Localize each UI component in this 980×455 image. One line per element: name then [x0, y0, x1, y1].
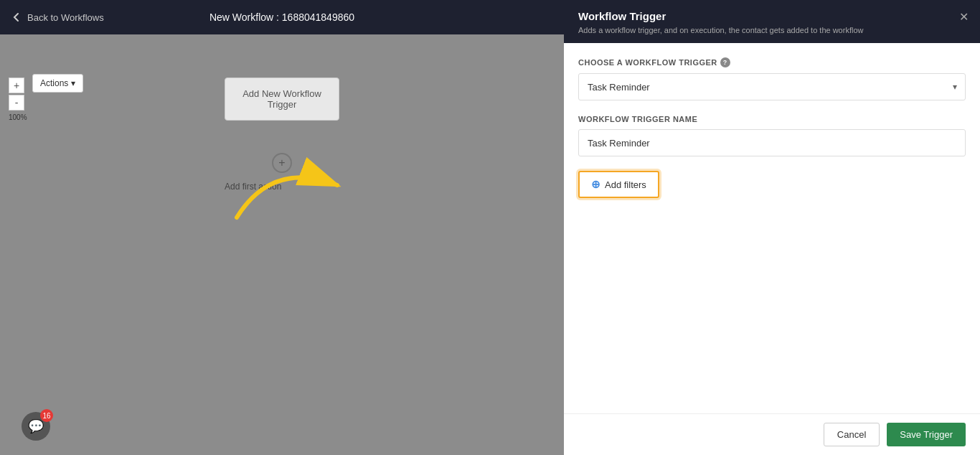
panel-footer: Cancel Save Trigger [564, 413, 980, 455]
trigger-name-label: WORKFLOW TRIGGER NAME [578, 115, 966, 123]
choose-trigger-label: CHOOSE A WORKFLOW TRIGGER ? [578, 57, 966, 67]
topbar: Back to Workflows New Workflow : 1688041… [0, 0, 564, 34]
cancel-button[interactable]: Cancel [824, 423, 880, 446]
add-first-action-label: Add first action [225, 182, 281, 192]
right-panel: Workflow Trigger Adds a workflow trigger… [564, 0, 980, 455]
panel-body: CHOOSE A WORKFLOW TRIGGER ? Task Reminde… [564, 43, 980, 413]
canvas-area: Actions ▾ + - 100% Add New Workflow Trig… [0, 34, 564, 455]
chat-bubble[interactable]: 💬 16 [22, 412, 50, 441]
add-filters-label: Add filters [605, 179, 646, 190]
panel-close-button[interactable]: ✕ [959, 10, 969, 24]
back-arrow-icon [11, 12, 22, 22]
trigger-select[interactable]: Task Reminder Contact Created Appointmen… [578, 73, 966, 100]
panel-description: Adds a workflow trigger, and on executio… [578, 25, 966, 36]
chat-badge: 16 [40, 409, 53, 422]
zoom-out-button[interactable]: - [9, 95, 24, 111]
back-label: Back to Workflows [27, 12, 104, 23]
trigger-node[interactable]: Add New Workflow Trigger [225, 78, 339, 121]
back-to-workflows[interactable]: Back to Workflows [11, 12, 104, 23]
chat-icon: 💬 [28, 418, 44, 434]
chevron-down-icon: ▾ [71, 78, 75, 88]
save-trigger-button[interactable]: Save Trigger [887, 423, 966, 446]
trigger-node-line1: Add New Workflow [242, 88, 321, 99]
zoom-level: 100% [9, 113, 27, 121]
add-node-button[interactable]: + [272, 153, 292, 173]
zoom-in-button[interactable]: + [9, 78, 24, 93]
trigger-node-line2: Trigger [242, 99, 321, 110]
panel-title: Workflow Trigger [578, 10, 966, 22]
zoom-controls: + - 100% [9, 78, 27, 121]
add-filters-button[interactable]: ⊕ Add filters [578, 171, 659, 198]
info-icon: ? [720, 57, 730, 67]
trigger-name-input[interactable] [578, 129, 966, 156]
main-canvas: Actions Settings History Actions ▾ + - 1… [0, 0, 564, 455]
actions-button[interactable]: Actions ▾ [32, 74, 83, 93]
trigger-select-wrapper: Task Reminder Contact Created Appointmen… [578, 73, 966, 100]
panel-header: Workflow Trigger Adds a workflow trigger… [564, 0, 980, 43]
plus-icon: ⊕ [591, 178, 600, 191]
workflow-title: New Workflow : 1688041849860 [209, 11, 354, 23]
